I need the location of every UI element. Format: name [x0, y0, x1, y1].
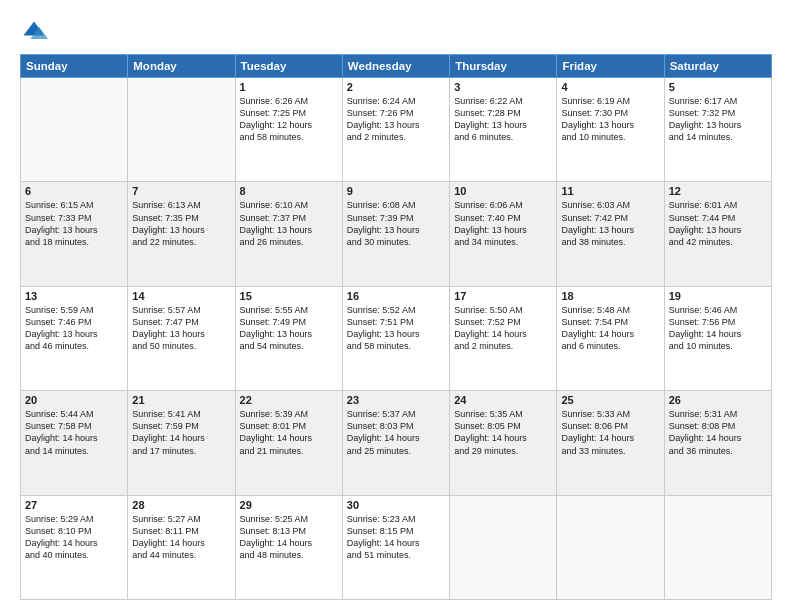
weekday-header-row: SundayMondayTuesdayWednesdayThursdayFrid… [21, 55, 772, 78]
day-detail: Sunrise: 5:44 AM Sunset: 7:58 PM Dayligh… [25, 408, 123, 457]
day-detail: Sunrise: 6:24 AM Sunset: 7:26 PM Dayligh… [347, 95, 445, 144]
calendar-cell: 10Sunrise: 6:06 AM Sunset: 7:40 PM Dayli… [450, 182, 557, 286]
day-number: 25 [561, 394, 659, 406]
calendar-cell: 27Sunrise: 5:29 AM Sunset: 8:10 PM Dayli… [21, 495, 128, 599]
calendar-cell: 14Sunrise: 5:57 AM Sunset: 7:47 PM Dayli… [128, 286, 235, 390]
calendar-cell: 13Sunrise: 5:59 AM Sunset: 7:46 PM Dayli… [21, 286, 128, 390]
day-number: 8 [240, 185, 338, 197]
day-detail: Sunrise: 5:48 AM Sunset: 7:54 PM Dayligh… [561, 304, 659, 353]
logo-icon [20, 18, 48, 46]
calendar-cell: 22Sunrise: 5:39 AM Sunset: 8:01 PM Dayli… [235, 391, 342, 495]
day-detail: Sunrise: 5:41 AM Sunset: 7:59 PM Dayligh… [132, 408, 230, 457]
calendar-cell: 16Sunrise: 5:52 AM Sunset: 7:51 PM Dayli… [342, 286, 449, 390]
header [20, 18, 772, 46]
calendar-cell: 24Sunrise: 5:35 AM Sunset: 8:05 PM Dayli… [450, 391, 557, 495]
day-number: 6 [25, 185, 123, 197]
day-detail: Sunrise: 6:26 AM Sunset: 7:25 PM Dayligh… [240, 95, 338, 144]
day-number: 23 [347, 394, 445, 406]
day-number: 24 [454, 394, 552, 406]
day-detail: Sunrise: 6:22 AM Sunset: 7:28 PM Dayligh… [454, 95, 552, 144]
day-detail: Sunrise: 5:55 AM Sunset: 7:49 PM Dayligh… [240, 304, 338, 353]
calendar-cell [128, 78, 235, 182]
weekday-header-friday: Friday [557, 55, 664, 78]
day-detail: Sunrise: 6:15 AM Sunset: 7:33 PM Dayligh… [25, 199, 123, 248]
day-detail: Sunrise: 5:52 AM Sunset: 7:51 PM Dayligh… [347, 304, 445, 353]
calendar-week-row: 13Sunrise: 5:59 AM Sunset: 7:46 PM Dayli… [21, 286, 772, 390]
calendar-cell: 23Sunrise: 5:37 AM Sunset: 8:03 PM Dayli… [342, 391, 449, 495]
calendar-cell: 6Sunrise: 6:15 AM Sunset: 7:33 PM Daylig… [21, 182, 128, 286]
weekday-header-monday: Monday [128, 55, 235, 78]
day-detail: Sunrise: 5:25 AM Sunset: 8:13 PM Dayligh… [240, 513, 338, 562]
day-number: 12 [669, 185, 767, 197]
day-number: 9 [347, 185, 445, 197]
calendar-table: SundayMondayTuesdayWednesdayThursdayFrid… [20, 54, 772, 600]
day-detail: Sunrise: 5:57 AM Sunset: 7:47 PM Dayligh… [132, 304, 230, 353]
calendar-cell: 11Sunrise: 6:03 AM Sunset: 7:42 PM Dayli… [557, 182, 664, 286]
calendar-cell [450, 495, 557, 599]
day-number: 15 [240, 290, 338, 302]
calendar-cell: 9Sunrise: 6:08 AM Sunset: 7:39 PM Daylig… [342, 182, 449, 286]
weekday-header-sunday: Sunday [21, 55, 128, 78]
day-detail: Sunrise: 6:10 AM Sunset: 7:37 PM Dayligh… [240, 199, 338, 248]
weekday-header-wednesday: Wednesday [342, 55, 449, 78]
calendar-cell: 18Sunrise: 5:48 AM Sunset: 7:54 PM Dayli… [557, 286, 664, 390]
day-detail: Sunrise: 5:39 AM Sunset: 8:01 PM Dayligh… [240, 408, 338, 457]
calendar-cell: 1Sunrise: 6:26 AM Sunset: 7:25 PM Daylig… [235, 78, 342, 182]
calendar-cell: 29Sunrise: 5:25 AM Sunset: 8:13 PM Dayli… [235, 495, 342, 599]
day-number: 29 [240, 499, 338, 511]
day-number: 11 [561, 185, 659, 197]
calendar-week-row: 1Sunrise: 6:26 AM Sunset: 7:25 PM Daylig… [21, 78, 772, 182]
day-detail: Sunrise: 6:17 AM Sunset: 7:32 PM Dayligh… [669, 95, 767, 144]
day-detail: Sunrise: 6:19 AM Sunset: 7:30 PM Dayligh… [561, 95, 659, 144]
calendar-cell: 2Sunrise: 6:24 AM Sunset: 7:26 PM Daylig… [342, 78, 449, 182]
calendar-cell: 19Sunrise: 5:46 AM Sunset: 7:56 PM Dayli… [664, 286, 771, 390]
calendar-cell: 5Sunrise: 6:17 AM Sunset: 7:32 PM Daylig… [664, 78, 771, 182]
day-detail: Sunrise: 5:29 AM Sunset: 8:10 PM Dayligh… [25, 513, 123, 562]
day-detail: Sunrise: 6:01 AM Sunset: 7:44 PM Dayligh… [669, 199, 767, 248]
calendar-cell: 15Sunrise: 5:55 AM Sunset: 7:49 PM Dayli… [235, 286, 342, 390]
day-number: 19 [669, 290, 767, 302]
day-number: 1 [240, 81, 338, 93]
day-number: 18 [561, 290, 659, 302]
calendar-cell [21, 78, 128, 182]
calendar-cell: 12Sunrise: 6:01 AM Sunset: 7:44 PM Dayli… [664, 182, 771, 286]
calendar-cell: 21Sunrise: 5:41 AM Sunset: 7:59 PM Dayli… [128, 391, 235, 495]
day-number: 22 [240, 394, 338, 406]
day-detail: Sunrise: 5:23 AM Sunset: 8:15 PM Dayligh… [347, 513, 445, 562]
day-detail: Sunrise: 5:31 AM Sunset: 8:08 PM Dayligh… [669, 408, 767, 457]
day-detail: Sunrise: 6:06 AM Sunset: 7:40 PM Dayligh… [454, 199, 552, 248]
day-number: 16 [347, 290, 445, 302]
day-detail: Sunrise: 6:13 AM Sunset: 7:35 PM Dayligh… [132, 199, 230, 248]
logo [20, 18, 52, 46]
calendar-cell: 7Sunrise: 6:13 AM Sunset: 7:35 PM Daylig… [128, 182, 235, 286]
day-number: 7 [132, 185, 230, 197]
calendar-week-row: 6Sunrise: 6:15 AM Sunset: 7:33 PM Daylig… [21, 182, 772, 286]
calendar-week-row: 27Sunrise: 5:29 AM Sunset: 8:10 PM Dayli… [21, 495, 772, 599]
day-number: 4 [561, 81, 659, 93]
calendar-cell: 26Sunrise: 5:31 AM Sunset: 8:08 PM Dayli… [664, 391, 771, 495]
day-number: 21 [132, 394, 230, 406]
calendar-cell: 3Sunrise: 6:22 AM Sunset: 7:28 PM Daylig… [450, 78, 557, 182]
day-detail: Sunrise: 5:50 AM Sunset: 7:52 PM Dayligh… [454, 304, 552, 353]
calendar-cell: 30Sunrise: 5:23 AM Sunset: 8:15 PM Dayli… [342, 495, 449, 599]
calendar-cell: 17Sunrise: 5:50 AM Sunset: 7:52 PM Dayli… [450, 286, 557, 390]
day-number: 3 [454, 81, 552, 93]
day-number: 20 [25, 394, 123, 406]
day-detail: Sunrise: 5:59 AM Sunset: 7:46 PM Dayligh… [25, 304, 123, 353]
day-detail: Sunrise: 5:27 AM Sunset: 8:11 PM Dayligh… [132, 513, 230, 562]
day-detail: Sunrise: 5:37 AM Sunset: 8:03 PM Dayligh… [347, 408, 445, 457]
calendar-cell: 4Sunrise: 6:19 AM Sunset: 7:30 PM Daylig… [557, 78, 664, 182]
day-number: 28 [132, 499, 230, 511]
calendar-cell: 20Sunrise: 5:44 AM Sunset: 7:58 PM Dayli… [21, 391, 128, 495]
day-detail: Sunrise: 5:33 AM Sunset: 8:06 PM Dayligh… [561, 408, 659, 457]
calendar-week-row: 20Sunrise: 5:44 AM Sunset: 7:58 PM Dayli… [21, 391, 772, 495]
calendar-cell [664, 495, 771, 599]
day-number: 17 [454, 290, 552, 302]
day-detail: Sunrise: 6:03 AM Sunset: 7:42 PM Dayligh… [561, 199, 659, 248]
day-number: 27 [25, 499, 123, 511]
calendar-cell: 25Sunrise: 5:33 AM Sunset: 8:06 PM Dayli… [557, 391, 664, 495]
weekday-header-saturday: Saturday [664, 55, 771, 78]
day-number: 5 [669, 81, 767, 93]
day-number: 14 [132, 290, 230, 302]
calendar-cell [557, 495, 664, 599]
